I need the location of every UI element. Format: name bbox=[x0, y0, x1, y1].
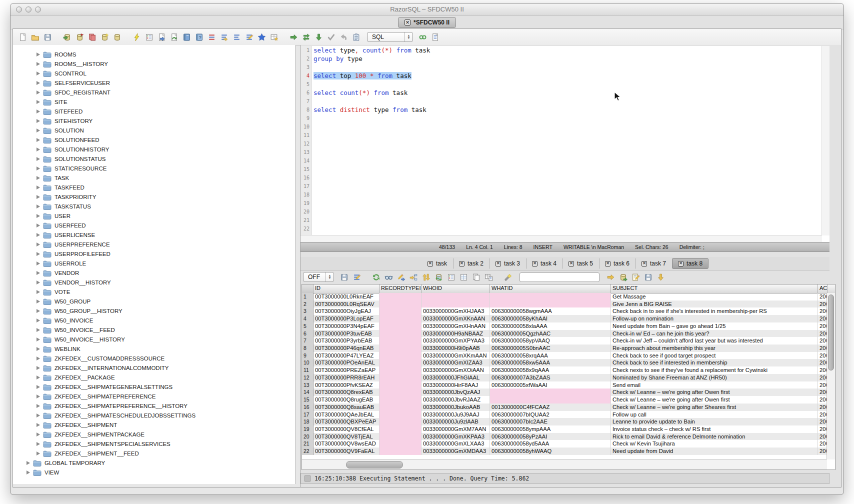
table-row[interactable]: 1100T3000000PREZaEAP0033000000GmXOiAAN00… bbox=[302, 366, 827, 374]
execute-all-button[interactable] bbox=[300, 32, 312, 43]
sidebar-item-zkfedex-package[interactable]: ZKFEDEX__PACKAGE bbox=[13, 372, 296, 382]
save-file-button[interactable] bbox=[42, 32, 54, 43]
sidebar-item-weblink[interactable]: WEBLINK bbox=[13, 344, 296, 354]
sidebar-item-rooms-history[interactable]: ROOMS__HISTORY bbox=[13, 59, 296, 68]
cell-whoid[interactable]: 0033000000HirF8AAJ bbox=[422, 382, 490, 389]
cell-ac[interactable]: 200 bbox=[818, 440, 827, 448]
cell-subject[interactable]: Re-approach about membership this year bbox=[611, 344, 818, 352]
sidebar-item-vote[interactable]: VOTE bbox=[13, 287, 296, 296]
sidebar-item-scontrol[interactable]: SCONTROL bbox=[13, 68, 296, 78]
sidebar-item-view[interactable]: VIEW bbox=[13, 468, 296, 477]
cell-subject[interactable]: Need update from David bbox=[611, 448, 818, 455]
cell-subject[interactable]: Check w/ Leanne – we're going after Shea… bbox=[611, 404, 818, 411]
code-line[interactable] bbox=[314, 165, 822, 174]
cell-whatid[interactable]: 006300000058wgmAAA bbox=[490, 308, 611, 315]
disclosure-triangle-icon[interactable] bbox=[36, 262, 40, 266]
cell-recordtypeid[interactable] bbox=[380, 388, 422, 396]
close-window-button[interactable] bbox=[16, 6, 22, 12]
cell-whatid[interactable]: 006300000058yd5AAA bbox=[490, 440, 611, 448]
cell-whatid[interactable]: 006300000058xrqAAA bbox=[490, 352, 611, 360]
result-tab-task-3[interactable]: ✕task 3 bbox=[490, 258, 526, 269]
disclosure-triangle-icon[interactable] bbox=[36, 356, 40, 360]
database-object-tree[interactable]: ROOMSROOMS__HISTORYSCONTROLSELFSERVICEUS… bbox=[13, 45, 296, 484]
cell-recordtypeid[interactable] bbox=[380, 426, 422, 433]
reload-data-button[interactable] bbox=[168, 32, 180, 43]
fetch-more-button[interactable] bbox=[313, 32, 324, 43]
code-line[interactable]: select count(*) from task bbox=[314, 88, 822, 97]
cell-ac[interactable]: 200 bbox=[818, 433, 827, 440]
cell-id[interactable]: 00T3000000Q8sauEAB bbox=[314, 404, 380, 411]
column-header-whatid[interactable]: WHATID bbox=[490, 284, 611, 293]
row-limit-stepper-icon[interactable]: ▲▼ bbox=[326, 272, 334, 282]
sidebar-item-zkfedex-shipmentpackage[interactable]: ZKFEDEX__SHIPMENTPACKAGE bbox=[13, 430, 296, 439]
cell-subject[interactable]: Check w/ Leanne – we're going after Owen… bbox=[611, 396, 818, 404]
cell-whatid[interactable] bbox=[490, 300, 611, 308]
download-more-button[interactable] bbox=[655, 272, 666, 283]
cell-whoid[interactable]: 0033000000GmXKPAA3 bbox=[422, 433, 490, 440]
cell-subject[interactable]: Give Jenn a BIG RAISE bbox=[611, 300, 818, 308]
code-line[interactable]: select distinct type from task bbox=[314, 106, 822, 114]
cell-ac[interactable]: 200 bbox=[818, 293, 827, 300]
save-results-button[interactable] bbox=[338, 272, 350, 283]
sidebar-item-userfeed[interactable]: USERFEED bbox=[13, 220, 296, 230]
disclosure-triangle-icon[interactable] bbox=[36, 242, 40, 246]
cell-subject[interactable]: Check-in w/ Ed – can he join this year? bbox=[611, 330, 818, 338]
view-row-button[interactable] bbox=[383, 272, 394, 283]
sidebar-item-zkfedex-internationalcommodity[interactable]: ZKFEDEX__INTERNATIONALCOMMODITY bbox=[13, 363, 296, 372]
sidebar-item-sfdc-registrant[interactable]: SFDC_REGISTRANT bbox=[13, 88, 296, 97]
copy-selection-button[interactable] bbox=[470, 272, 482, 283]
cell-id[interactable]: 00T3000000P46qnEAB bbox=[314, 344, 380, 352]
table-row[interactable]: 1200T3000000PRR8rEAH0033000000JFhGlAAL00… bbox=[302, 374, 827, 382]
cell-id[interactable]: 00T3000000P3LopEAF bbox=[314, 315, 380, 322]
cell-ac[interactable]: 200 bbox=[818, 315, 827, 322]
cell-recordtypeid[interactable] bbox=[380, 315, 422, 322]
edit-row-button[interactable] bbox=[396, 272, 407, 283]
cell-whatid[interactable] bbox=[490, 396, 611, 404]
disclosure-triangle-icon[interactable] bbox=[36, 81, 40, 85]
disclosure-triangle-icon[interactable] bbox=[36, 52, 40, 56]
sidebar-item-vendor-history[interactable]: VENDOR__HISTORY bbox=[13, 278, 296, 287]
disclosure-triangle-icon[interactable] bbox=[36, 414, 40, 418]
cell-subject[interactable]: Send email bbox=[611, 382, 818, 389]
table-row[interactable]: 900T3000000P47LYEAZ0033000000GmXKmAAN006… bbox=[302, 352, 827, 360]
disclosure-triangle-icon[interactable] bbox=[36, 62, 40, 66]
sidebar-item-userrole[interactable]: USERROLE bbox=[13, 258, 296, 268]
table-row[interactable]: 400T3000000P3LopEAF0033000000GmXKnAAN006… bbox=[302, 315, 827, 322]
cell-whatid[interactable] bbox=[490, 293, 611, 300]
document-tab[interactable]: ✕ *SFDCW50 II bbox=[398, 17, 456, 28]
cell-ac[interactable]: 200 bbox=[818, 300, 827, 308]
cell-whatid[interactable]: 00630000005xfWaAAI bbox=[490, 382, 611, 389]
disclosure-triangle-icon[interactable] bbox=[36, 452, 40, 456]
disclosure-triangle-icon[interactable] bbox=[36, 280, 40, 284]
sidebar-item-solutionhistory[interactable]: SOLUTIONHISTORY bbox=[13, 144, 296, 154]
cell-recordtypeid[interactable] bbox=[380, 411, 422, 418]
disclosure-triangle-icon[interactable] bbox=[36, 148, 40, 152]
cell-ac[interactable]: 200 bbox=[818, 322, 827, 330]
column-header-whoid[interactable]: WHOID bbox=[422, 284, 490, 293]
code-line[interactable]: group by type bbox=[314, 54, 822, 63]
disclosure-triangle-icon[interactable] bbox=[36, 366, 40, 370]
code-line[interactable] bbox=[314, 156, 822, 165]
cell-subject[interactable]: Check back to see if good target prospec… bbox=[611, 352, 818, 360]
sql-mode-select[interactable]: SQL ▲▼ bbox=[367, 32, 413, 42]
edit-sql-button[interactable] bbox=[244, 32, 255, 43]
cell-whatid[interactable]: 006300000058yPzAAI bbox=[490, 433, 611, 440]
cell-whatid[interactable]: 00630000007bIc2AAE bbox=[490, 418, 611, 426]
cell-ac[interactable]: 200 bbox=[818, 396, 827, 404]
cell-id[interactable]: 00T3000000P3N4pEAF bbox=[314, 322, 380, 330]
sync-database-button[interactable] bbox=[433, 272, 444, 283]
cell-ac[interactable]: 200 bbox=[818, 448, 827, 455]
cell-ac[interactable]: 200 bbox=[818, 418, 827, 426]
table-row[interactable]: 800T3000000P46qnEAB0033000000H9i0pAAB006… bbox=[302, 344, 827, 352]
disclosure-triangle-icon[interactable] bbox=[36, 432, 40, 436]
row-limit-select[interactable]: OFF ▲▼ bbox=[303, 272, 334, 282]
search-input[interactable] bbox=[520, 272, 600, 282]
disclosure-triangle-icon[interactable] bbox=[36, 157, 40, 161]
code-line[interactable] bbox=[314, 80, 822, 88]
execute-statement-button[interactable] bbox=[288, 32, 300, 43]
disclosure-triangle-icon[interactable] bbox=[36, 166, 40, 170]
cell-whatid[interactable]: 006300000058ypVAAQ bbox=[490, 337, 611, 344]
sidebar-item-site[interactable]: SITE bbox=[13, 97, 296, 106]
cell-recordtypeid[interactable] bbox=[380, 448, 422, 455]
cell-whoid[interactable]: 0033000000GmXMDAA3 bbox=[422, 448, 490, 455]
